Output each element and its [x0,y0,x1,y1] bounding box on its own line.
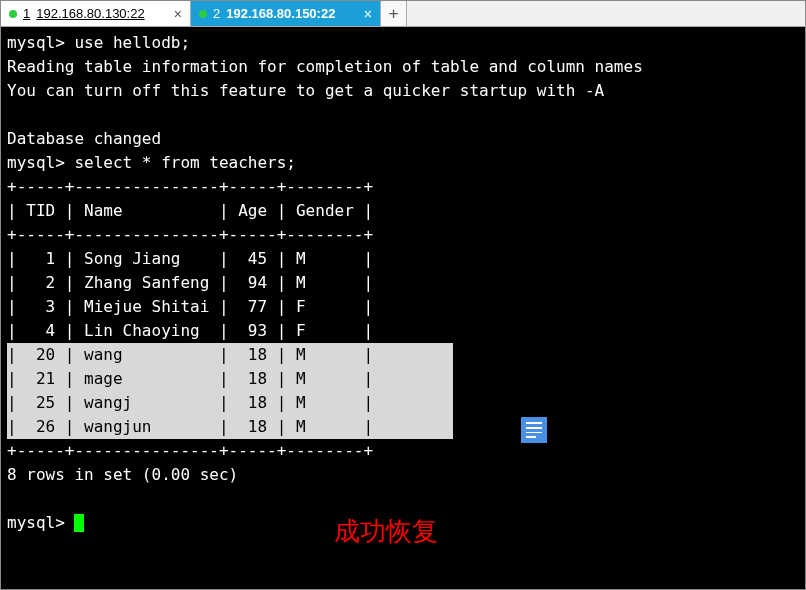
tab-number: 2 [213,6,220,21]
table-border: +-----+---------------+-----+--------+ [7,177,373,196]
command-select: select * from teachers; [74,153,296,172]
table-row-highlighted: | 20 | wang | 18 | M | [7,343,453,367]
table-border: +-----+---------------+-----+--------+ [7,441,373,460]
result-summary: 8 rows in set (0.00 sec) [7,465,238,484]
new-tab-button[interactable]: + [381,1,407,26]
msg-dbchanged: Database changed [7,129,161,148]
table-row: | 4 | Lin Chaoying | 93 | F | [7,321,373,340]
cursor [74,514,84,532]
annotation-text: 成功恢复 [334,512,438,551]
prompt: mysql> [7,153,65,172]
table-row-highlighted: | 25 | wangj | 18 | M | [7,391,453,415]
table-row-highlighted: | 26 | wangjun | 18 | M | [7,415,453,439]
table-row-highlighted: | 21 | mage | 18 | M | [7,367,453,391]
close-icon[interactable]: × [174,6,182,22]
msg-reading: Reading table information for completion… [7,57,643,76]
table-row: | 1 | Song Jiang | 45 | M | [7,249,373,268]
document-icon [521,417,547,443]
command-use: use hellodb; [74,33,190,52]
tab-bar: 1 192.168.80.130:22 × 2 192.168.80.150:2… [1,1,805,27]
tab-title: 192.168.80.130:22 [36,6,144,21]
prompt: mysql> [7,513,65,532]
table-header: | TID | Name | Age | Gender | [7,201,373,220]
close-icon[interactable]: × [364,6,372,22]
table-row: | 3 | Miejue Shitai | 77 | F | [7,297,373,316]
terminal-output[interactable]: mysql> use hellodb; Reading table inform… [1,27,805,589]
tab-number: 1 [23,6,30,21]
tab-session-2[interactable]: 2 192.168.80.150:22 × [191,1,381,26]
table-row: | 2 | Zhang Sanfeng | 94 | M | [7,273,373,292]
msg-turnoff: You can turn off this feature to get a q… [7,81,604,100]
status-dot-icon [9,10,17,18]
tab-title: 192.168.80.150:22 [226,6,335,21]
status-dot-icon [199,10,207,18]
tab-session-1[interactable]: 1 192.168.80.130:22 × [1,1,191,26]
table-border: +-----+---------------+-----+--------+ [7,225,373,244]
prompt: mysql> [7,33,65,52]
